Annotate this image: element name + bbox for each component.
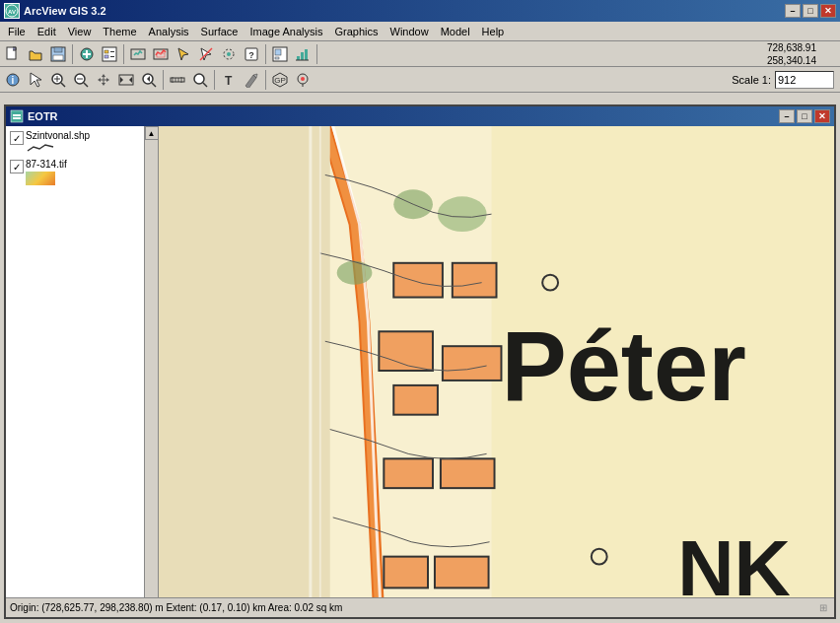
doc-controls: – □ ✕ (779, 109, 830, 123)
zoom-prev-btn[interactable] (138, 69, 160, 91)
select-features-btn[interactable] (173, 43, 194, 65)
svg-point-21 (227, 52, 231, 56)
map-canvas: Péter NK (159, 126, 834, 617)
scroll-up-btn[interactable]: ▲ (145, 126, 159, 140)
app-icon: AV (4, 3, 20, 19)
toc-scrollbar[interactable]: ▲ ▼ (144, 126, 158, 617)
zoom-to-theme-btn[interactable] (127, 43, 149, 65)
menu-bar: File Edit View Theme Analysis Surface Im… (0, 22, 840, 41)
zoom-in-tool-btn[interactable] (47, 69, 69, 91)
toc-layer-raster: ✓ 87-314.tif (10, 159, 140, 185)
toc-panel: ✓ Szintvonal.shp ✓ (6, 126, 159, 617)
document-body: ✓ Szintvonal.shp ✓ (6, 126, 834, 617)
menu-graphics[interactable]: Graphics (328, 24, 384, 39)
doc-maximize-btn[interactable]: □ (797, 109, 812, 123)
layout-btn[interactable] (269, 43, 291, 65)
svg-text:GP: GP (274, 76, 286, 85)
clear-select-btn[interactable] (195, 43, 217, 65)
svg-marker-33 (31, 73, 41, 87)
svg-text:T: T (225, 74, 233, 88)
geoprocessing-btn[interactable]: GP (269, 69, 291, 91)
svg-rect-72 (393, 385, 438, 415)
menu-window[interactable]: Window (385, 24, 435, 39)
geocode-btn[interactable] (292, 69, 314, 91)
svg-rect-70 (453, 263, 497, 298)
svg-rect-26 (275, 57, 279, 59)
svg-marker-42 (120, 77, 123, 83)
menu-surface[interactable]: Surface (195, 24, 245, 39)
document-window: EOTR – □ ✕ ✓ Szintvonal.shp (4, 104, 836, 619)
svg-rect-63 (13, 114, 21, 116)
save-btn[interactable] (47, 43, 69, 65)
svg-rect-77 (435, 557, 489, 588)
map-area[interactable]: Péter NK (159, 126, 834, 617)
scale-input[interactable] (775, 71, 834, 89)
text-tool-btn[interactable]: T (218, 69, 240, 91)
toolbar2-sep1 (163, 70, 164, 90)
menu-help[interactable]: Help (476, 24, 511, 39)
layer-checkbox-raster[interactable]: ✓ (10, 160, 24, 173)
document-title: EOTR (28, 110, 58, 122)
menu-file[interactable]: File (2, 24, 32, 39)
full-extent-tool-btn[interactable] (115, 69, 137, 91)
layer-symbol-szintvonal (26, 143, 140, 153)
select-by-theme-btn[interactable] (218, 43, 240, 65)
svg-rect-25 (275, 49, 281, 55)
doc-close-btn[interactable]: ✕ (814, 109, 830, 123)
map-svg: Péter NK (159, 126, 834, 617)
svg-text:Péter: Péter (501, 312, 745, 421)
svg-text:?: ? (248, 50, 254, 60)
zoom-active-btn[interactable] (150, 43, 172, 65)
svg-rect-4 (54, 47, 62, 52)
measure-btn[interactable] (167, 69, 188, 91)
menu-theme[interactable]: Theme (97, 24, 142, 39)
toc-layer-szintvonal: ✓ Szintvonal.shp (10, 130, 140, 153)
toolbar1-sep3 (265, 44, 266, 64)
app-title: ArcView GIS 3.2 (24, 5, 106, 17)
scale-area: Scale 1: (732, 71, 838, 89)
svg-rect-28 (301, 52, 304, 60)
open-btn[interactable] (25, 43, 46, 65)
menu-view[interactable]: View (62, 24, 98, 39)
layer-checkbox-szintvonal[interactable]: ✓ (10, 131, 24, 145)
svg-point-52 (194, 74, 204, 84)
layer-info-raster: 87-314.tif (26, 159, 140, 185)
query-btn[interactable]: ? (241, 43, 262, 65)
maximize-button[interactable]: □ (803, 4, 818, 18)
minimize-button[interactable]: – (785, 4, 801, 18)
svg-point-80 (337, 261, 373, 285)
resize-grip[interactable]: ⊞ (816, 601, 830, 615)
svg-line-35 (61, 83, 65, 87)
doc-minimize-btn[interactable]: – (779, 109, 795, 123)
coord-x: 728,638.91 (767, 41, 816, 54)
legend-btn[interactable] (99, 43, 120, 65)
svg-rect-5 (53, 55, 63, 60)
title-bar-controls: – □ ✕ (785, 4, 836, 18)
menu-analysis[interactable]: Analysis (143, 24, 195, 39)
svg-rect-9 (103, 47, 116, 61)
menu-edit[interactable]: Edit (32, 24, 62, 39)
svg-rect-76 (384, 557, 428, 588)
layer-symbol-raster (26, 172, 140, 185)
zoom-out-tool-btn[interactable] (70, 69, 92, 91)
svg-text:i: i (12, 75, 15, 86)
title-left: AV ArcView GIS 3.2 (4, 3, 106, 19)
find-btn[interactable] (189, 69, 211, 91)
svg-marker-17 (178, 48, 188, 60)
identify-tool-btn[interactable]: i (2, 69, 24, 91)
new-btn[interactable] (2, 43, 24, 65)
pointer-tool-btn[interactable] (25, 69, 46, 91)
document-title-bar: EOTR – □ ✕ (6, 106, 834, 126)
pan-tool-btn[interactable] (93, 69, 114, 91)
status-text: Origin: (728,625.77, 298,238.80) m Exten… (10, 602, 342, 613)
add-theme-btn[interactable] (76, 43, 98, 65)
toolbar1-sep1 (72, 44, 73, 64)
chart-btn[interactable] (292, 43, 314, 65)
draw-tool-btn[interactable] (241, 69, 262, 91)
close-button[interactable]: ✕ (820, 4, 836, 18)
toolbar2: i T GP Scale 1: (0, 67, 840, 93)
title-bar: AV ArcView GIS 3.2 – □ ✕ (0, 0, 840, 22)
menu-image-analysis[interactable]: Image Analysis (245, 24, 329, 39)
menu-model[interactable]: Model (435, 24, 476, 39)
svg-rect-74 (384, 458, 433, 488)
